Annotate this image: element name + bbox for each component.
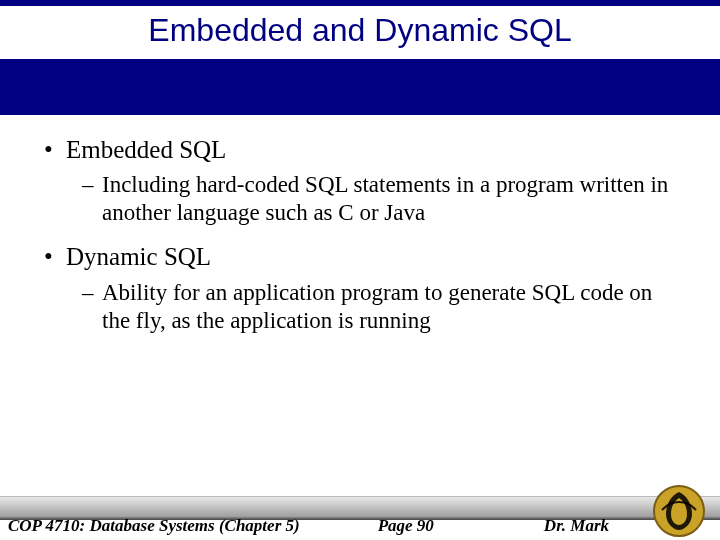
bullet-dot-icon: • — [44, 241, 53, 272]
content-body: • Embedded SQL – Including hard-coded SQ… — [40, 128, 680, 349]
footer-gradient — [0, 496, 720, 518]
bullet-2-text: Dynamic SQL — [66, 243, 211, 270]
footer-course: COP 4710: Database Systems (Chapter 5) — [8, 516, 300, 536]
footer-author: Dr. Mark — [544, 516, 609, 536]
title-area: Embedded and Dynamic SQL — [0, 6, 720, 59]
bullet-1-sub-1-text: Including hard-coded SQL statements in a… — [102, 172, 668, 225]
mid-navy-strip — [0, 59, 720, 115]
bullet-1: • Embedded SQL — [40, 134, 680, 165]
bullet-2-sub-1-text: Ability for an application program to ge… — [102, 280, 652, 333]
bullet-2: • Dynamic SQL — [40, 241, 680, 272]
footer: COP 4710: Database Systems (Chapter 5) P… — [0, 496, 720, 540]
bullet-2-sub-1: – Ability for an application program to … — [40, 279, 680, 335]
ucf-pegasus-logo — [652, 484, 706, 538]
bullet-dot-icon: • — [44, 134, 53, 165]
bullet-1-text: Embedded SQL — [66, 136, 226, 163]
footer-page: Page 90 — [378, 516, 434, 536]
slide: Embedded and Dynamic SQL • Embedded SQL … — [0, 0, 720, 540]
footer-text-row: COP 4710: Database Systems (Chapter 5) P… — [8, 516, 600, 536]
bullet-1-sub-1: – Including hard-coded SQL statements in… — [40, 171, 680, 227]
slide-title: Embedded and Dynamic SQL — [0, 12, 720, 49]
dash-icon: – — [82, 171, 94, 199]
dash-icon: – — [82, 279, 94, 307]
